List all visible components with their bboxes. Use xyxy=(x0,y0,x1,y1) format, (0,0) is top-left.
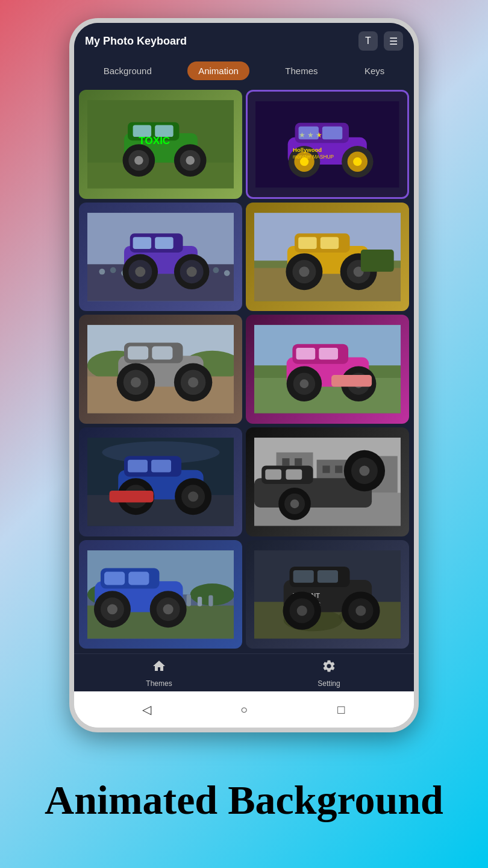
svg-rect-134 xyxy=(208,595,213,606)
svg-rect-132 xyxy=(186,594,190,606)
svg-point-30 xyxy=(99,268,105,274)
svg-point-42 xyxy=(135,266,145,277)
svg-rect-90 xyxy=(319,348,338,360)
svg-rect-110 xyxy=(282,458,289,465)
grid-cell-2[interactable]: ★ ★ ★ Hollywood monster MASHUP xyxy=(246,90,409,199)
svg-point-71 xyxy=(130,377,140,388)
svg-point-158 xyxy=(355,605,366,615)
svg-rect-133 xyxy=(197,597,201,606)
svg-point-84 xyxy=(299,380,308,389)
svg-rect-143 xyxy=(104,571,125,585)
tab-animation[interactable]: Animation xyxy=(187,61,249,80)
svg-rect-1 xyxy=(87,163,234,189)
svg-rect-114 xyxy=(322,465,330,473)
svg-rect-160 xyxy=(317,570,337,583)
nav-tabs: Background Animation Themes Keys xyxy=(74,57,414,85)
svg-point-22 xyxy=(353,157,361,166)
top-bar-icons: T ☰ xyxy=(358,31,403,51)
grid-cell-10[interactable]: MUTANT WARRIOR xyxy=(246,540,409,649)
grid-cell-7[interactable] xyxy=(79,427,242,536)
svg-rect-88 xyxy=(331,375,372,387)
svg-rect-60 xyxy=(298,237,316,249)
phone-nav-row: ◁ ○ □ xyxy=(74,691,414,728)
recent-button[interactable]: □ xyxy=(333,701,349,718)
svg-text:TOXIC: TOXIC xyxy=(139,135,170,146)
bottom-nav-setting[interactable]: Setting xyxy=(244,659,414,688)
menu-icon[interactable]: ☰ xyxy=(384,31,403,51)
bottom-nav-themes-label: Themes xyxy=(146,679,172,688)
svg-rect-59 xyxy=(360,250,393,272)
setting-icon xyxy=(322,659,336,677)
svg-rect-47 xyxy=(155,237,173,249)
phone-screen: My Photo Keyboard T ☰ Background Animati… xyxy=(74,23,414,691)
svg-point-74 xyxy=(188,377,198,388)
svg-point-139 xyxy=(107,604,117,614)
svg-point-9 xyxy=(186,156,195,165)
svg-point-37 xyxy=(224,270,230,276)
svg-rect-111 xyxy=(295,458,302,465)
svg-rect-93 xyxy=(87,495,234,526)
grid-cell-9[interactable] xyxy=(79,540,242,649)
svg-rect-115 xyxy=(335,465,342,473)
text-format-icon[interactable]: T xyxy=(358,31,378,51)
svg-rect-102 xyxy=(109,491,153,503)
svg-rect-124 xyxy=(265,470,281,480)
svg-rect-76 xyxy=(152,347,172,360)
svg-rect-103 xyxy=(128,460,148,473)
grid-cell-6[interactable] xyxy=(246,315,409,424)
svg-rect-61 xyxy=(320,237,338,249)
app-title: My Photo Keyboard xyxy=(85,35,187,48)
tab-themes[interactable]: Themes xyxy=(274,61,328,80)
back-button[interactable]: ◁ xyxy=(139,701,155,718)
bottom-text-area: Animated Background xyxy=(20,732,468,868)
svg-point-123 xyxy=(290,500,299,509)
svg-text:Hollywood: Hollywood xyxy=(293,146,322,153)
svg-rect-26 xyxy=(322,127,342,139)
svg-rect-75 xyxy=(128,347,148,360)
tab-background[interactable]: Background xyxy=(93,61,163,80)
svg-rect-46 xyxy=(133,237,151,249)
animated-background-heading: Animated Background xyxy=(45,778,443,823)
bottom-nav-themes[interactable]: Themes xyxy=(74,659,244,688)
tab-keys[interactable]: Keys xyxy=(354,61,395,80)
svg-point-55 xyxy=(299,266,309,277)
phone-wrapper: My Photo Keyboard T ☰ Background Animati… xyxy=(69,18,419,732)
bottom-nav: Themes Setting xyxy=(74,653,414,691)
bottom-nav-setting-label: Setting xyxy=(318,679,340,688)
svg-point-120 xyxy=(359,465,369,476)
grid-cell-8[interactable] xyxy=(246,427,409,536)
grid-cell-3[interactable] xyxy=(79,203,242,312)
svg-point-101 xyxy=(188,491,198,502)
svg-rect-89 xyxy=(296,348,315,360)
svg-point-155 xyxy=(296,605,307,615)
svg-point-45 xyxy=(186,266,196,277)
svg-point-6 xyxy=(134,156,143,165)
themes-icon xyxy=(152,659,166,677)
svg-rect-125 xyxy=(286,470,302,480)
svg-rect-159 xyxy=(293,570,313,583)
svg-rect-11 xyxy=(133,125,151,137)
svg-rect-104 xyxy=(151,460,171,473)
svg-text:monster MASHUP: monster MASHUP xyxy=(293,154,334,160)
svg-point-142 xyxy=(163,604,173,614)
grid-cell-1[interactable]: TOXIC xyxy=(79,90,242,199)
svg-point-31 xyxy=(110,267,116,273)
svg-rect-144 xyxy=(128,571,149,585)
top-bar: My Photo Keyboard T ☰ xyxy=(74,23,414,57)
svg-point-36 xyxy=(213,267,219,273)
home-button[interactable]: ○ xyxy=(236,701,252,718)
svg-rect-12 xyxy=(155,125,173,137)
image-grid: TOXIC ★ ★ ★ xyxy=(74,85,414,653)
svg-rect-25 xyxy=(299,127,319,139)
grid-cell-5[interactable] xyxy=(79,315,242,424)
grid-cell-4[interactable] xyxy=(246,203,409,312)
